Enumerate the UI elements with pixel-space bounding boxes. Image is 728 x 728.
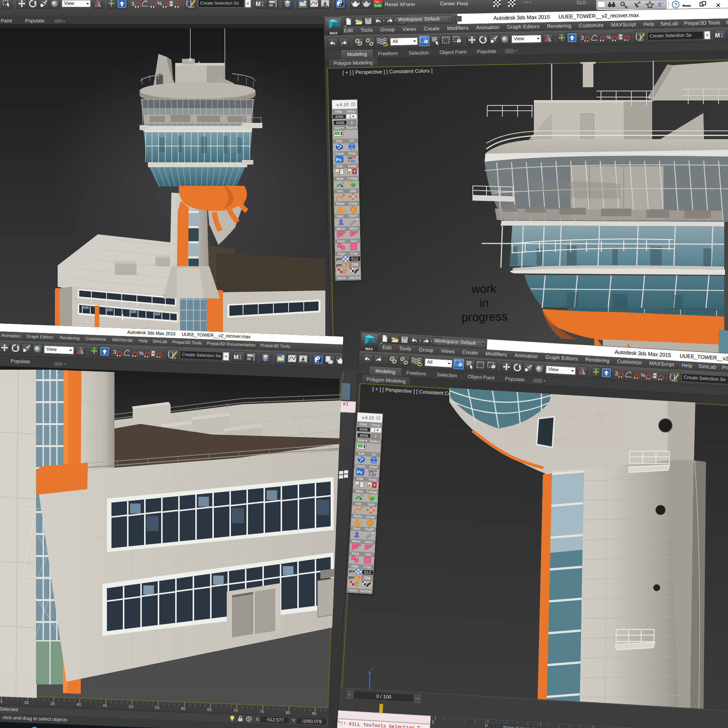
svg-text:Tex: Tex (375, 0, 379, 3)
svg-text:1: 1 (720, 32, 723, 38)
svg-text:1: 1 (261, 1, 264, 7)
svg-text:ABC: ABC (188, 5, 195, 9)
svg-text:M: M (256, 1, 260, 7)
svg-text:ABC: ABC (170, 356, 176, 360)
svg-text:z: z (372, 667, 374, 671)
svg-text:?: ? (675, 2, 678, 8)
svg-text:ABC: ABC (638, 38, 644, 42)
svg-text:M: M (234, 354, 239, 360)
svg-text:ABC: ABC (672, 378, 678, 382)
svg-text:Tools: Tools (374, 4, 381, 7)
svg-text:1: 1 (239, 354, 243, 360)
svg-text:M: M (715, 32, 720, 38)
